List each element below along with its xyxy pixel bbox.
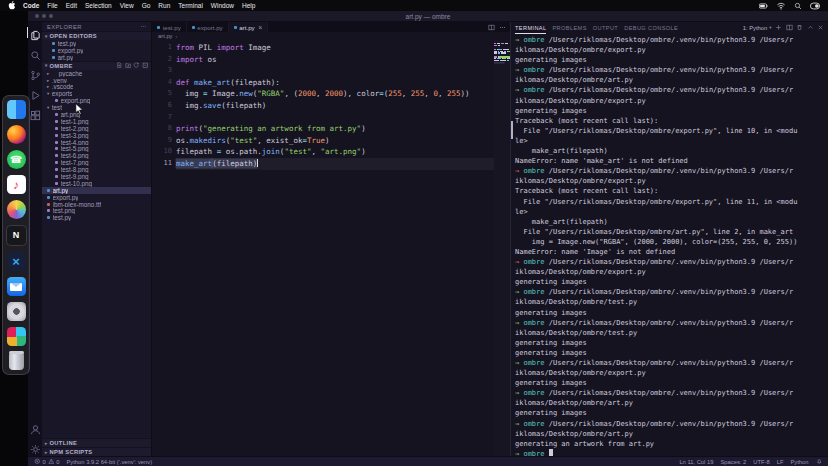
more-actions-icon[interactable]	[499, 24, 506, 31]
zoom-window-icon[interactable]	[49, 14, 53, 18]
outline-section[interactable]: ▸OUTLINE	[42, 438, 151, 447]
open-editors-section[interactable]: ▾ OPEN EDITORS	[42, 31, 151, 40]
dock-icon-trash[interactable]	[9, 353, 24, 370]
file-test-7.png[interactable]: test-7.png	[42, 159, 151, 166]
spotlight-icon[interactable]	[793, 2, 803, 10]
window-controls[interactable]	[35, 14, 53, 18]
explorer-icon[interactable]	[30, 27, 41, 38]
more-actions-icon[interactable]	[140, 23, 147, 30]
dock-icon-whatsapp[interactable]: ☎	[7, 150, 26, 169]
collapse-folders-icon[interactable]	[142, 62, 149, 69]
settings-icon[interactable]	[30, 441, 41, 452]
maximize-panel-icon[interactable]	[807, 24, 814, 31]
file-test-2.png[interactable]: test-2.png	[42, 125, 151, 132]
apple-menu-icon[interactable]	[8, 1, 16, 10]
file-test-4.png[interactable]: test-4.png	[42, 139, 151, 146]
menu-go[interactable]: Go	[142, 2, 151, 9]
menu-run[interactable]: Run	[158, 2, 170, 9]
dock-icon-photos[interactable]	[7, 200, 26, 219]
menu-terminal[interactable]: Terminal	[178, 2, 203, 9]
file-test.png[interactable]: test.png	[42, 207, 151, 214]
account-icon[interactable]	[30, 421, 41, 432]
dock-icon-firefox[interactable]	[7, 125, 26, 144]
refresh-explorer-icon[interactable]	[133, 62, 140, 69]
dock-icon-system-preferences[interactable]	[7, 302, 26, 321]
problems-indicator[interactable]: 00	[34, 458, 59, 465]
menu-help[interactable]: Help	[242, 2, 255, 9]
control-center-icon[interactable]	[810, 2, 820, 10]
panel-tab-terminal[interactable]: TERMINAL	[515, 23, 546, 33]
encoding[interactable]: UTF-8	[753, 459, 769, 465]
file-test-6.png[interactable]: test-6.png	[42, 152, 151, 159]
cursor-position[interactable]: Ln 11, Col 19	[679, 459, 713, 465]
project-section[interactable]: ▾ OMBRE	[42, 61, 151, 70]
file-ibm-plex-mono.ttf[interactable]: ibm-plex-mono.ttf	[42, 201, 151, 208]
indentation[interactable]: Spaces: 2	[720, 459, 746, 465]
run-and-debug-icon[interactable]	[30, 87, 41, 98]
terminal-selector[interactable]: 1: Python▾	[743, 25, 772, 31]
file-test-1.png[interactable]: test-1.png	[42, 118, 151, 125]
titlebar[interactable]: art.py — ombre	[28, 11, 828, 22]
menu-view[interactable]: View	[120, 2, 134, 9]
tab-test.py[interactable]: test.py	[152, 22, 187, 32]
dock-icon-notion[interactable]: N	[6, 225, 27, 246]
minimize-window-icon[interactable]	[42, 14, 46, 18]
file-export.png[interactable]: export.png	[42, 97, 151, 104]
dock-icon-slack[interactable]	[7, 327, 26, 346]
new-file-icon[interactable]	[116, 62, 123, 69]
open-editor-export.py[interactable]: export.py	[42, 47, 151, 54]
file-art.py[interactable]: art.py	[42, 187, 151, 194]
open-editor-test.py[interactable]: test.py	[42, 40, 151, 47]
tab-export.py[interactable]: export.py	[187, 22, 229, 32]
dock-icon-mail[interactable]	[7, 277, 26, 296]
language-mode[interactable]: Python	[790, 459, 808, 465]
dock-icon-vscode[interactable]: ×	[7, 252, 26, 271]
file-test-8.png[interactable]: test-8.png	[42, 166, 151, 173]
eol[interactable]: LF	[777, 459, 784, 465]
folder-.venv[interactable]: ▸.venv	[42, 77, 151, 84]
open-editor-art.py[interactable]: art.py	[42, 54, 151, 61]
search-icon[interactable]	[30, 47, 41, 58]
dock-icon-finder[interactable]	[7, 100, 26, 119]
breadcrumb-item[interactable]: art.py	[158, 33, 173, 39]
add-terminal-icon[interactable]	[775, 24, 782, 31]
terminal-output[interactable]: → ombre /Users/riklomas/Desktop/ombre/.v…	[511, 33, 828, 456]
kill-terminal-icon[interactable]	[796, 24, 803, 31]
file-test-5.png[interactable]: test-5.png	[42, 145, 151, 152]
battery-icon[interactable]	[759, 2, 769, 10]
menu-window[interactable]: Window	[211, 2, 234, 9]
panel-tab-output[interactable]: OUTPUT	[593, 23, 618, 33]
extensions-icon[interactable]	[30, 107, 41, 118]
wifi-icon[interactable]	[776, 2, 786, 10]
folder-test[interactable]: ▾test	[42, 104, 151, 111]
close-tab-icon[interactable]: ×	[258, 24, 262, 31]
dock-icon-apple-music[interactable]: ♪	[7, 175, 26, 194]
menu-selection[interactable]: Selection	[85, 2, 112, 9]
menu-code[interactable]: Code	[23, 2, 39, 9]
menu-file[interactable]: File	[47, 2, 57, 9]
file-test.py[interactable]: test.py	[42, 214, 151, 221]
source-control-icon[interactable]	[30, 67, 41, 78]
file-art.png[interactable]: art.png	[42, 111, 151, 118]
breadcrumb[interactable]: art.py ›	[152, 32, 510, 40]
tab-art.py[interactable]: art.py×	[229, 22, 269, 32]
panel-tab-problems[interactable]: PROBLEMS	[552, 23, 586, 33]
python-interpreter[interactable]: Python 3.9.2 64-bit ('.venv': venv)	[66, 459, 152, 465]
new-folder-icon[interactable]	[125, 62, 132, 69]
file-test-3.png[interactable]: test-3.png	[42, 132, 151, 139]
split-terminal-icon[interactable]	[786, 24, 793, 31]
npm-scripts-section[interactable]: ▸NPM SCRIPTS	[42, 447, 151, 456]
file-test-9.png[interactable]: test-9.png	[42, 173, 151, 180]
folder-__pycache__[interactable]: ▸__pycache__	[42, 70, 151, 77]
file-test-10.png[interactable]: test-10.png	[42, 180, 151, 187]
split-editor-icon[interactable]	[488, 24, 495, 31]
menu-edit[interactable]: Edit	[66, 2, 77, 9]
bell-icon[interactable]	[816, 458, 823, 465]
folder-.vscode[interactable]: ▸.vscode	[42, 83, 151, 90]
close-panel-icon[interactable]	[817, 24, 824, 31]
file-export.py[interactable]: export.py	[42, 194, 151, 201]
minimap[interactable]	[494, 40, 510, 456]
explorer-more-actions[interactable]	[140, 23, 147, 30]
folder-exports[interactable]: ▾exports	[42, 90, 151, 97]
code-editor[interactable]: from PIL import Imageimport osdef make_a…	[176, 40, 494, 456]
